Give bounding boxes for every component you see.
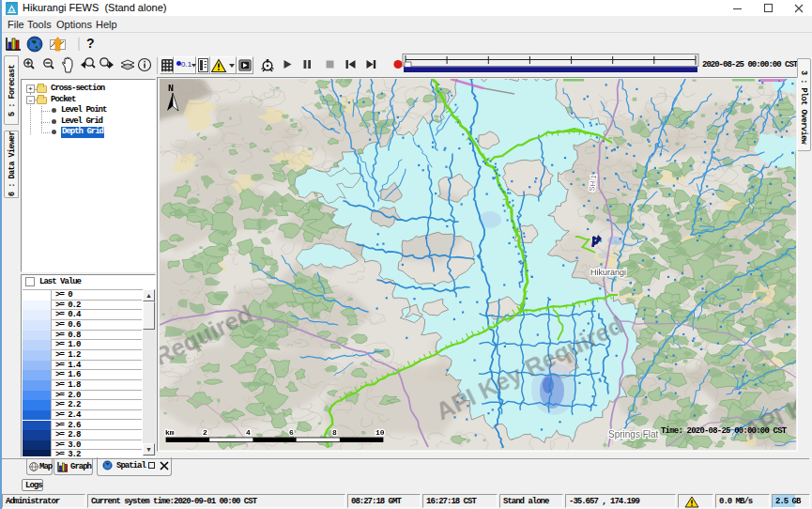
svg-text:Time: 2020-08-25 00:00:00 CST: Time: 2020-08-25 00:00:00 CST bbox=[661, 426, 788, 436]
svg-text:km: km bbox=[165, 428, 175, 437]
svg-text:8: 8 bbox=[332, 428, 337, 437]
svg-text:6: 6 bbox=[289, 428, 294, 437]
svg-text:2: 2 bbox=[203, 428, 207, 437]
svg-text:Springs Flat: Springs Flat bbox=[608, 429, 659, 440]
svg-text:4: 4 bbox=[246, 428, 251, 437]
svg-text:10: 10 bbox=[375, 428, 385, 437]
svg-text:N: N bbox=[168, 84, 174, 94]
svg-text:Hikurangi: Hikurangi bbox=[590, 268, 626, 277]
